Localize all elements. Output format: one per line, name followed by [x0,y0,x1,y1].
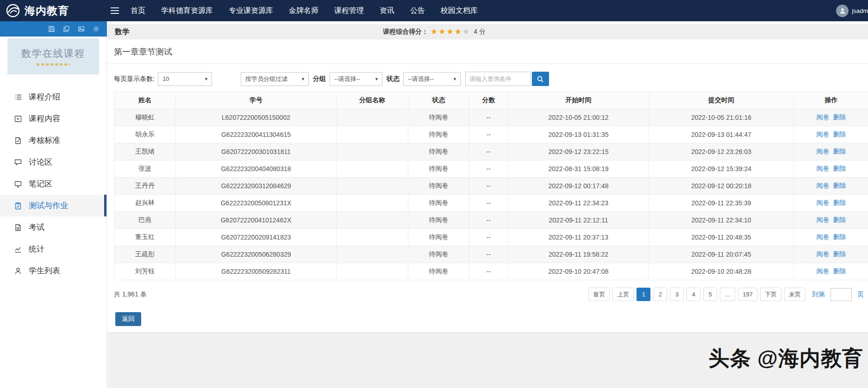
cell-name: 穆晓虹 [114,109,176,126]
delete-link[interactable]: 删除 [833,250,846,258]
cell-submit-time: 2022-09-10 20:48:28 [649,263,794,280]
goto-page-input[interactable] [831,288,852,301]
sidebar-item-label: 统计 [29,244,44,254]
group-filter-select[interactable]: 按学员分组过滤 ▼ [241,72,309,86]
review-link[interactable]: 阅卷 [817,113,830,121]
review-link[interactable]: 阅卷 [817,165,830,172]
search-button[interactable] [532,72,549,86]
cell-group [337,160,408,178]
image-icon[interactable] [78,25,85,32]
page-button[interactable]: 5 [703,288,717,301]
gear-icon[interactable] [93,25,100,32]
sidebar-item-student-list[interactable]: 学生列表 [0,260,106,282]
goto-page-unit: 页 [857,290,864,299]
sidebar-item-notes[interactable]: 笔记区 [0,173,106,195]
save-icon[interactable] [48,25,55,32]
sidebar-item-statistics[interactable]: 统计 [0,238,106,260]
page-button[interactable]: 3 [670,288,684,301]
page-button[interactable]: … [720,288,735,301]
select-value: --请选择-- [334,75,360,83]
page-button[interactable]: 首页 [588,288,610,301]
sidebar-item-course-intro[interactable]: 课程介绍 [0,86,106,108]
status-select[interactable]: --请选择-- ▼ [403,72,461,86]
review-link[interactable]: 阅卷 [817,267,830,275]
cell-status: 待阅卷 [408,195,469,212]
review-link[interactable]: 阅卷 [817,233,830,240]
delete-link[interactable]: 删除 [833,148,846,155]
review-link[interactable]: 阅卷 [817,148,830,155]
course-sidebar: 数学在线课程 课程介绍 课程内容 考核标准 讨论区 笔记区 测试与作业 [0,37,107,388]
cell-score: -- [469,178,508,195]
page-footer: 头条 @海内教育 [107,332,868,388]
cell-group [337,178,408,195]
delete-link[interactable]: 删除 [833,130,846,138]
file-icon [14,223,22,232]
search-input[interactable] [465,72,531,86]
group-select[interactable]: --请选择-- ▼ [330,72,382,86]
table-row: 王丹丹 G622223200312084629 待阅卷 -- 2022-09-1… [114,178,868,195]
delete-link[interactable]: 删除 [833,199,846,206]
cell-group [337,143,408,160]
star-rating: ★★★★★ [431,27,470,37]
sidebar-item-exam[interactable]: 考试 [0,216,106,238]
nav-item[interactable]: 校园文档库 [441,6,478,16]
nav-item[interactable]: 资讯 [380,6,394,16]
user-menu[interactable]: jsadm [836,5,868,17]
page-size-select[interactable]: 10 ▼ [158,72,212,86]
list-icon [14,93,22,101]
delete-link[interactable]: 删除 [833,216,846,223]
sidebar-item-label: 考试 [29,222,44,233]
app-logo[interactable]: 海内教育 [0,3,106,18]
clipboard-check-icon [14,202,22,210]
page-button[interactable]: 末页 [784,288,806,301]
review-link[interactable]: 阅卷 [817,182,830,189]
sidebar-item-discussion[interactable]: 讨论区 [0,151,106,173]
cell-score: -- [469,160,508,178]
cell-start-time: 2022-09-12 23:22:15 [508,143,649,160]
windows-icon[interactable] [63,25,70,32]
hamburger-menu-icon[interactable] [110,7,119,14]
cell-status: 待阅卷 [408,178,469,195]
top-navbar: 海内教育 首页学科德育资源库专业课资源库金牌名师课程管理资讯公告校园文档库 js… [0,0,868,21]
cell-student-id: L620722200505150002 [176,109,337,126]
nav-item[interactable]: 专业课资源库 [229,6,273,16]
page-size-label: 每页显示条数: [114,75,155,83]
sidebar-item-tests-homework[interactable]: 测试与作业 [0,195,106,216]
page-button[interactable]: 1 [637,288,650,301]
page-button[interactable]: 上页 [612,288,634,301]
page-button[interactable]: 下页 [760,288,781,301]
nav-item[interactable]: 首页 [131,6,145,16]
review-link[interactable]: 阅卷 [817,199,830,206]
chart-icon [14,245,22,253]
cell-student-id: G620722200209141823 [176,229,337,246]
page-button[interactable]: 2 [653,288,667,301]
page-button[interactable]: 197 [738,288,757,301]
cell-group [337,246,408,263]
delete-link[interactable]: 删除 [833,233,846,240]
nav-item[interactable]: 金牌名师 [289,6,318,16]
nav-item[interactable]: 公告 [410,6,425,16]
score-value: 4 分 [474,28,486,36]
review-link[interactable]: 阅卷 [817,216,830,223]
page-button[interactable]: 4 [687,288,700,301]
delete-link[interactable]: 删除 [833,165,846,172]
avatar[interactable] [836,5,849,17]
back-button[interactable]: 返回 [115,312,141,326]
nav-item[interactable]: 课程管理 [334,6,364,16]
main-navigation: 首页学科德育资源库专业课资源库金牌名师课程管理资讯公告校园文档库 [131,6,478,16]
sidebar-item-assessment-standard[interactable]: 考核标准 [0,129,106,151]
delete-link[interactable]: 删除 [833,113,846,121]
file-check-icon [14,136,22,145]
review-link[interactable]: 阅卷 [817,250,830,258]
review-link[interactable]: 阅卷 [817,130,830,138]
chat-icon [14,158,22,166]
delete-link[interactable]: 删除 [833,267,846,275]
logo-icon [6,3,20,18]
username[interactable]: jsadm [852,7,868,14]
delete-link[interactable]: 删除 [833,182,846,189]
cell-name: 王丹丹 [114,178,176,195]
cell-name: 张波 [114,160,176,178]
sidebar-item-course-content[interactable]: 课程内容 [0,108,106,129]
cell-score: -- [469,143,508,160]
nav-item[interactable]: 学科德育资源库 [161,6,213,16]
